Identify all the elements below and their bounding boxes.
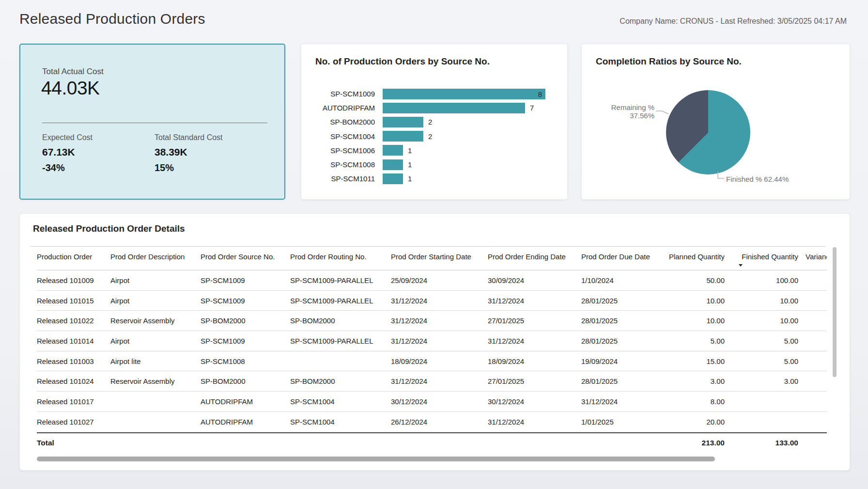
table-total-row: Total213.00133.00 — [37, 432, 827, 453]
table-cell: 5.00 — [725, 357, 798, 365]
bar-value-label: 8 — [538, 90, 542, 98]
kpi-secondary-label: Expected Cost — [42, 133, 93, 142]
table-row[interactable]: Released 101017AUTODRIPFAMSP-SCM100430/1… — [37, 392, 827, 412]
table-cell: Released 101015 — [37, 297, 110, 305]
kpi-card-total-actual-cost[interactable]: Total Actual Cost 44.03K Expected Cost 6… — [19, 44, 285, 200]
bar-value-label: 1 — [408, 160, 412, 169]
column-header[interactable]: Planned Quantity — [663, 247, 725, 270]
kpi-secondary-label: Total Standard Cost — [155, 133, 223, 142]
sort-descending-icon[interactable] — [739, 264, 743, 267]
bar[interactable] — [383, 131, 423, 142]
pie-chart-card[interactable]: Completion Ratios by Source No. Remainin… — [581, 44, 850, 200]
table-row[interactable]: Released 101027AUTODRIPFAMSP-SCM100426/1… — [37, 412, 827, 432]
table: Production OrderProd Order DescriptionPr… — [37, 247, 827, 453]
pie-chart-title: Completion Ratios by Source No. — [596, 56, 742, 67]
table-cell: 30/09/2024 — [488, 276, 581, 284]
table-row[interactable]: Released 101014AirpotSP-SCM1009SP-SCM100… — [37, 331, 827, 351]
bar-value-label: 2 — [428, 132, 432, 141]
table-header-row: Production OrderProd Order DescriptionPr… — [37, 247, 827, 270]
bar-value-label: 7 — [530, 104, 534, 112]
table-cell: Released 101003 — [37, 357, 110, 365]
pie-chart[interactable] — [666, 90, 750, 174]
table-cell: AUTODRIPFAM — [201, 418, 290, 426]
table-cell: 1/10/2024 — [581, 276, 663, 284]
table-cell: 31/12/2024 — [581, 397, 663, 406]
table-card[interactable]: Released Production Order Details Produc… — [19, 213, 850, 471]
table-cell: 30/12/2024 — [488, 397, 581, 406]
pie-label-remaining: Remaining % 37.56% — [589, 103, 654, 120]
table-cell: 5.00 — [725, 337, 798, 345]
bar-row: SP-SCM10042 — [311, 129, 562, 143]
table-cell: Released 101024 — [37, 377, 110, 385]
table-cell: SP-BOM2000 — [290, 377, 391, 385]
total-label: Total — [37, 439, 110, 447]
column-header[interactable]: Prod Order Routing No. — [290, 247, 391, 270]
pie-label-finished: Finished % 62.44% — [726, 175, 789, 183]
table-row[interactable]: Released 101022Reservoir AssemblySP-BOM2… — [37, 311, 827, 331]
bar-category-label: AUTODRIPFAM — [311, 104, 375, 112]
table-cell: 31/12/2024 — [488, 418, 581, 426]
bar[interactable] — [383, 117, 423, 127]
column-header[interactable]: Variance — [798, 247, 827, 270]
table-cell: Airpot — [110, 337, 201, 345]
kpi-primary-label: Total Actual Cost — [42, 67, 104, 77]
table-row[interactable]: Released 101015AirpotSP-SCM1009SP-SCM100… — [37, 291, 827, 311]
table-cell: 31/12/2024 — [391, 337, 488, 345]
bar[interactable] — [383, 145, 403, 156]
column-header[interactable]: Finished Quantity — [725, 247, 798, 270]
column-header[interactable]: Production Order — [37, 247, 110, 270]
table-cell: 31/12/2024 — [391, 316, 488, 325]
table-cell: 20.00 — [663, 418, 725, 426]
horizontal-scrollbar[interactable] — [37, 457, 715, 461]
pie-label-remaining-line1: Remaining % — [589, 103, 654, 111]
bar-chart-card[interactable]: No. of Production Orders by Source No. S… — [301, 44, 568, 200]
table-cell: Released 101027 — [37, 418, 110, 426]
total-cell: 133.00 — [725, 439, 798, 447]
total-cell: 213.00 — [663, 439, 725, 447]
table-cell: Reservoir Assembly — [110, 377, 201, 385]
table-cell: SP-SCM1009 — [201, 276, 290, 284]
bar-row: SP-SCM10081 — [311, 158, 562, 172]
table-body: Released 101009AirpotSP-SCM1009SP-SCM100… — [37, 270, 827, 432]
column-header[interactable]: Prod Order Description — [110, 247, 201, 270]
table-cell: SP-SCM1009 — [201, 297, 290, 305]
table-cell: 27/01/2025 — [488, 316, 581, 325]
column-header[interactable]: Prod Order Due Date — [581, 247, 663, 270]
table-cell: 3.00 — [725, 377, 798, 385]
table-cell: 31/12/2024 — [488, 297, 581, 305]
table-cell: Airpot — [110, 297, 201, 305]
column-header[interactable]: Prod Order Starting Date — [391, 247, 488, 270]
bar-row: SP-SCM10061 — [311, 143, 562, 158]
bar-row: SP-BOM20002 — [311, 115, 562, 129]
table-cell: 1/01/2025 — [581, 418, 663, 426]
table-cell: Released 101014 — [37, 337, 110, 345]
bar-value-label: 1 — [408, 146, 412, 155]
table-cell: Reservoir Assembly — [110, 316, 201, 325]
bar-row: SP-SCM10098 — [311, 87, 562, 101]
table-cell: SP-BOM2000 — [201, 377, 290, 385]
bar-category-label: SP-SCM1011 — [311, 174, 375, 183]
table-row[interactable]: Released 101009AirpotSP-SCM1009SP-SCM100… — [37, 270, 827, 291]
vertical-scrollbar[interactable] — [833, 247, 837, 377]
table-cell: SP-SCM1009-PARALLEL — [290, 276, 391, 284]
bar[interactable] — [383, 159, 403, 170]
column-header[interactable]: Prod Order Ending Date — [488, 247, 581, 270]
bar-row: AUTODRIPFAM7 — [311, 101, 562, 115]
column-header[interactable]: Prod Order Source No. — [201, 247, 290, 270]
table-row[interactable]: Released 101024Reservoir AssemblySP-BOM2… — [37, 371, 827, 392]
table-cell: 8.00 — [663, 397, 725, 406]
bar[interactable]: 8 — [383, 89, 545, 99]
bar-value-label: 1 — [408, 174, 412, 183]
bar-chart: SP-SCM10098AUTODRIPFAM7SP-BOM20002SP-SCM… — [311, 87, 562, 186]
table-cell: 10.00 — [725, 297, 798, 305]
table-cell: 25/09/2024 — [391, 276, 488, 284]
bar-category-label: SP-BOM2000 — [311, 118, 375, 126]
kpi-primary-value: 44.03K — [41, 78, 100, 99]
table-row[interactable]: Released 101003Airpot liteSP-SCM100818/0… — [37, 351, 827, 372]
table-cell: 10.00 — [663, 297, 725, 305]
table-cell: 27/01/2025 — [488, 377, 581, 385]
bar[interactable] — [383, 174, 403, 184]
kpi-divider — [42, 123, 267, 123]
bar-row: SP-SCM10111 — [311, 172, 562, 186]
bar[interactable] — [383, 103, 525, 113]
